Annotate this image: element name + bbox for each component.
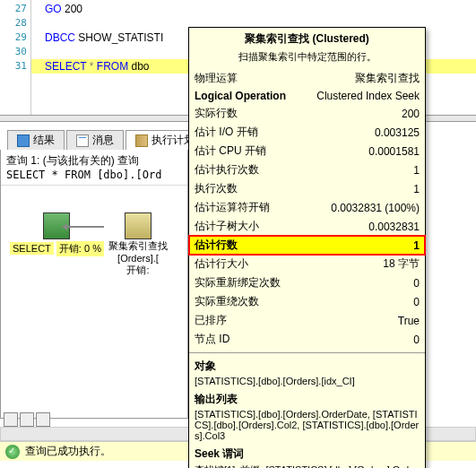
prop-row: 估计 I/O 开销0.003125 <box>189 123 425 142</box>
corner-icon[interactable] <box>20 412 34 427</box>
corner-icons <box>4 412 50 427</box>
tooltip-section-title: 输出列表 <box>189 390 425 409</box>
prop-row: 实际重新绑定次数0 <box>189 273 425 292</box>
prop-row: 实际行数200 <box>189 104 425 123</box>
plan-arrow <box>64 226 104 228</box>
tooltip-section-title: Seek 谓词 <box>189 445 425 464</box>
node-label: SELECT <box>10 242 54 255</box>
operator-tooltip: 聚集索引查找 (Clustered) 扫描聚集索引中特定范围的行。 物理运算聚集… <box>188 27 426 468</box>
prop-row: 估计运算符开销0.0032831 (100%) <box>189 198 425 217</box>
success-icon <box>5 445 20 459</box>
tooltip-section-text: [STATISTICS].[dbo].[Orders].OrderDate, [… <box>189 409 425 445</box>
prop-row: 估计行大小18 字节 <box>189 255 425 273</box>
tab-results[interactable]: 结果 <box>7 130 65 150</box>
prop-row: 物理运算聚集索引查找 <box>189 69 425 88</box>
tooltip-subtitle: 扫描聚集索引中特定范围的行。 <box>189 50 425 69</box>
node-object: [Orders].[ <box>108 253 168 264</box>
plan-icon <box>135 134 148 147</box>
prop-row: 执行次数1 <box>189 179 425 198</box>
prop-row: 节点 ID0 <box>189 330 425 349</box>
node-cost: 开销: 0 % <box>56 241 104 256</box>
corner-icon[interactable] <box>4 412 18 427</box>
corner-icon[interactable] <box>36 412 50 427</box>
node-cost: 开销: <box>108 264 168 277</box>
line-gutter: 27 28 29 30 31 <box>0 0 31 117</box>
prop-row: 估计子树大小0.0032831 <box>189 217 425 236</box>
prop-row: 已排序True <box>189 311 425 330</box>
tooltip-section-text: 查找键[1]: 前缀: [STATISTICS].[dbo].[Orders].… <box>189 464 425 468</box>
prop-row: Logical OperationClustered Index Seek <box>189 88 425 104</box>
execution-plan-panel: 查询 1: (与该批有关的) 查询 SELECT * FROM [dbo].[O… <box>0 150 188 419</box>
line-number: 30 <box>0 45 30 59</box>
prop-row: 估计执行次数1 <box>189 160 425 179</box>
tooltip-title: 聚集索引查找 (Clustered) <box>189 28 425 50</box>
grid-icon <box>17 134 30 147</box>
tab-label: 消息 <box>92 133 114 148</box>
status-text: 查询已成功执行。 <box>25 444 111 459</box>
plan-node-seek[interactable]: 聚集索引查找 [Orders].[ 开销: <box>108 212 168 277</box>
node-label: 聚集索引查找 <box>108 239 168 253</box>
line-number: 31 <box>0 59 30 74</box>
prop-row: 估计 CPU 开销0.0001581 <box>189 142 425 160</box>
query-title: 查询 1: (与该批有关的) 查询 <box>6 153 182 169</box>
tooltip-section-text: [STATISTICS].[dbo].[Orders].[idx_CI] <box>189 376 425 390</box>
prop-row: 实际重绕次数0 <box>189 292 425 311</box>
result-tabs: 结果 消息 执行计划 <box>7 130 204 150</box>
tab-label: 结果 <box>33 133 55 148</box>
plan-node-select[interactable]: SELECT 开销: 0 % <box>10 212 104 256</box>
message-icon <box>76 134 89 147</box>
seek-icon <box>125 212 151 239</box>
tooltip-properties: 物理运算聚集索引查找 Logical OperationClustered In… <box>189 69 425 349</box>
plan-diagram[interactable]: SELECT 开销: 0 % 聚集索引查找 [Orders].[ 开销: <box>1 186 187 365</box>
line-number: 28 <box>0 16 30 30</box>
query-sql: SELECT * FROM [dbo].[Ord <box>6 169 182 181</box>
line-number: 27 <box>0 2 30 16</box>
prop-row-highlighted: 估计行数1 <box>189 236 425 255</box>
tab-messages[interactable]: 消息 <box>66 130 124 150</box>
query-header: 查询 1: (与该批有关的) 查询 SELECT * FROM [dbo].[O… <box>1 150 187 186</box>
line-number: 29 <box>0 30 30 45</box>
tooltip-section-title: 对象 <box>189 357 425 376</box>
